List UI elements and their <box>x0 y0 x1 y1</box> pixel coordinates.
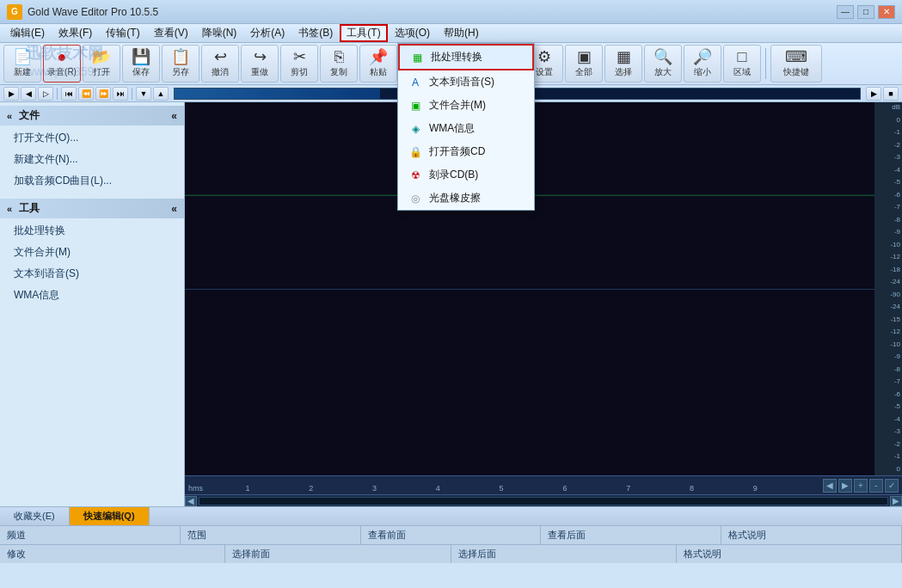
waveform-svg-bottom <box>185 290 874 476</box>
waveform-panel: dB 0 -1 -2 -3 -4 -5 -6 -7 -8 -9 -10 -12 … <box>185 102 902 506</box>
menu-help[interactable]: 帮助(H) <box>437 24 486 42</box>
btn-open[interactable]: 📂 打开 <box>83 45 120 83</box>
btn-new-label: 新建 <box>14 66 31 78</box>
menu-item-merge-files[interactable]: ▣ 文件合并(M) <box>398 94 534 117</box>
db-label-n8b: -8 <box>876 366 900 374</box>
btn-region-label: 区域 <box>733 66 751 78</box>
small-btn-4[interactable]: ⏮ <box>61 87 77 101</box>
btn-cut-label: 剪切 <box>291 66 308 78</box>
btn-zoom-out[interactable]: 🔎 缩小 <box>684 45 721 83</box>
shortcut-icon: ⌨ <box>785 49 807 64</box>
btn-all[interactable]: ▣ 全部 <box>565 45 603 83</box>
small-btn-5[interactable]: ⏪ <box>78 87 94 101</box>
menu-denoise[interactable]: 降噪(N) <box>195 24 244 42</box>
minimize-button[interactable]: — <box>837 5 854 19</box>
sidebar-wma-info[interactable]: WMA信息 <box>0 285 184 306</box>
db-label-n18a: -18 <box>876 266 900 274</box>
menu-item-text-to-speech[interactable]: A 文本到语音(S) <box>398 70 534 94</box>
sidebar-text-to-speech[interactable]: 文本到语音(S) <box>0 263 184 285</box>
btn-region[interactable]: □ 区域 <box>723 45 761 83</box>
menu-item-batch-convert[interactable]: ▦ 批处理转换 <box>398 44 534 70</box>
db-label-n4b: -4 <box>876 416 900 424</box>
maximize-button[interactable]: □ <box>857 5 874 19</box>
menu-view[interactable]: 查看(V) <box>147 24 195 42</box>
scrollbar-area: ◀ ▶ <box>185 494 902 506</box>
small-btn-play[interactable]: ▶ <box>866 87 881 101</box>
btn-paste[interactable]: 📌 粘贴 <box>359 45 397 83</box>
btn-save-label: 保存 <box>132 66 150 78</box>
sidebar-new-file[interactable]: 新建文件(N)... <box>0 149 184 170</box>
tab-favorites[interactable]: 收藏夹(E) <box>0 507 70 525</box>
btn-record[interactable]: ● 录音(R) <box>43 45 81 83</box>
sidebar-open-file[interactable]: 打开文件(O)... <box>0 127 184 149</box>
btn-save[interactable]: 💾 保存 <box>122 45 160 83</box>
menu-item-burn-cd[interactable]: ☢ 刻录CD(B) <box>398 163 534 187</box>
btn-copy[interactable]: ⎘ 复制 <box>320 45 358 83</box>
merge-files-label: 文件合并(M) <box>429 98 486 113</box>
menu-effects[interactable]: 效果(F) <box>52 24 99 42</box>
btn-paste-label: 粘贴 <box>370 66 387 78</box>
small-btn-1[interactable]: ▶ <box>3 87 19 101</box>
db-label-n7a: -7 <box>876 204 900 211</box>
sidebar-load-cd[interactable]: 加载音频CD曲目(L)... <box>0 170 184 192</box>
scrollbar-track[interactable] <box>199 497 888 505</box>
btn-cut[interactable]: ✂ 剪切 <box>280 45 318 83</box>
btn-zoom-in[interactable]: 🔍 放大 <box>644 45 682 83</box>
btn-shortcut-label: 快捷键 <box>783 66 809 78</box>
btn-select[interactable]: ▦ 选择 <box>604 45 642 83</box>
app-icon: G <box>7 4 22 20</box>
timeline-zoom-in[interactable]: + <box>854 479 868 493</box>
db-label-n24b: -24 <box>876 303 900 311</box>
menu-transfer[interactable]: 传输(T) <box>99 24 146 42</box>
timeline-scroll-left[interactable]: ◀ <box>823 479 837 493</box>
small-btn-3[interactable]: ▷ <box>38 87 53 101</box>
files-collapse-icon[interactable]: « <box>171 110 177 122</box>
btn-shortcut[interactable]: ⌨ 快捷键 <box>770 45 822 83</box>
menu-analysis[interactable]: 分析(A) <box>243 24 291 42</box>
tools-collapse-icon[interactable]: « <box>171 203 177 215</box>
open-cd-label: 打开音频CD <box>429 144 485 159</box>
scroll-left-btn[interactable]: ◀ <box>185 496 197 506</box>
small-btn-8[interactable]: ▼ <box>136 87 151 101</box>
zoom-out-icon: 🔎 <box>693 49 712 64</box>
undo-icon: ↩ <box>214 49 227 64</box>
sidebar-batch-convert[interactable]: 批处理转换 <box>0 220 184 242</box>
small-btn-stop[interactable]: ■ <box>883 87 899 101</box>
menu-tools[interactable]: 工具(T) <box>340 24 387 42</box>
menu-edit[interactable]: 编辑(E) <box>3 24 52 42</box>
db-label-n12a: -12 <box>876 254 900 261</box>
close-button[interactable]: ✕ <box>878 5 895 19</box>
timeline-8: 8 <box>690 484 694 493</box>
menu-item-wma-info[interactable]: ◈ WMA信息 <box>398 117 534 140</box>
scroll-right-btn[interactable]: ▶ <box>890 496 902 506</box>
db-label-n9b: -9 <box>876 353 900 361</box>
title-bar: G Gold Wave Editor Pro 10.5.5 — □ ✕ <box>0 0 902 24</box>
small-btn-9[interactable]: ▲ <box>153 87 169 101</box>
db-label-n7b: -7 <box>876 378 900 386</box>
menu-options[interactable]: 选项(O) <box>388 24 437 42</box>
btn-saveas[interactable]: 📋 另存 <box>162 45 199 83</box>
tab-quick-edit[interactable]: 快速编辑(Q) <box>70 507 150 525</box>
btn-undo[interactable]: ↩ 撤消 <box>201 45 239 83</box>
btn-redo[interactable]: ↪ 重做 <box>241 45 279 83</box>
btn-new[interactable]: 📄 新建 <box>3 45 41 83</box>
saveas-icon: 📋 <box>171 49 190 64</box>
db-label-n3b: -3 <box>876 428 900 436</box>
menu-item-open-cd[interactable]: 🔒 打开音频CD <box>398 140 534 163</box>
menu-bookmarks[interactable]: 书签(B) <box>291 24 340 42</box>
status2-select-back: 选择后面 <box>451 545 677 563</box>
small-btn-6[interactable]: ⏩ <box>95 87 111 101</box>
timeline-scroll-right[interactable]: ▶ <box>838 479 852 493</box>
btn-saveas-label: 另存 <box>172 66 189 78</box>
db-label-n2b: -2 <box>876 441 900 449</box>
timeline-zoom-out[interactable]: - <box>869 479 883 493</box>
sidebar-merge-files[interactable]: 文件合并(M) <box>0 242 184 263</box>
small-btn-2[interactable]: ◀ <box>21 87 36 101</box>
timeline-fit[interactable]: ✓ <box>885 479 899 493</box>
menu-item-disc-eraser[interactable]: ◎ 光盘橡皮擦 <box>398 187 534 210</box>
settings-icon: ⚙ <box>537 49 551 64</box>
small-btn-7[interactable]: ⏭ <box>113 87 128 101</box>
db-label-n1: -1 <box>876 129 900 137</box>
paste-icon: 📌 <box>369 49 388 64</box>
timeline-6: 6 <box>562 484 567 493</box>
